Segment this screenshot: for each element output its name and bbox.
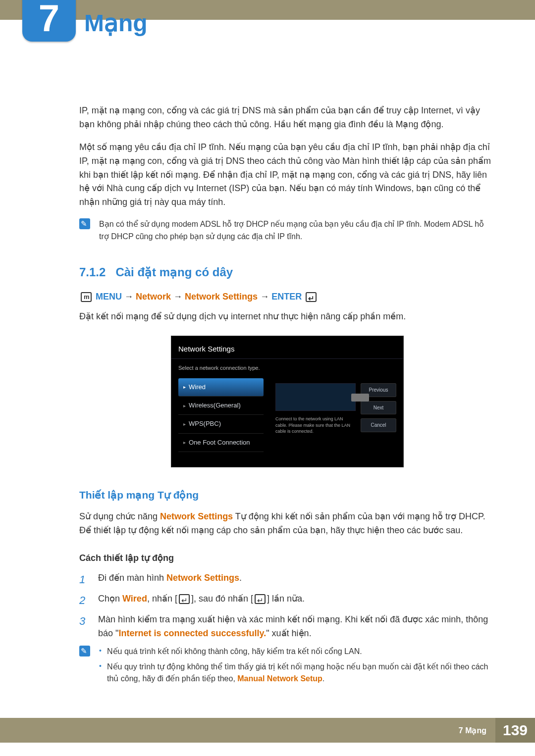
ui-subtitle: Select a network connection type.	[171, 359, 403, 378]
steps-list: 1 Đi đến màn hình Network Settings. 2 Ch…	[79, 571, 495, 641]
s1-hl: Network Settings	[166, 573, 239, 583]
note-block-1: Bạn có thể sử dụng modem ADSL hỗ trợ DHC…	[79, 218, 495, 243]
auto-setup-heading: Thiết lập mạng Tự động	[79, 487, 495, 504]
auto-setup-para: Sử dụng chức năng Network Settings Tự độ…	[79, 510, 495, 538]
section-number: 7.1.2	[79, 265, 106, 279]
auto-para-hl: Network Settings	[160, 511, 233, 521]
note2-bullet-2: Nếu quy trình tự động không thể tìm thấy…	[99, 661, 495, 686]
s1-post: .	[239, 573, 242, 583]
option-wireless[interactable]: Wireless(General)	[178, 397, 264, 415]
step-number: 3	[79, 613, 91, 641]
enter-icon	[255, 594, 266, 604]
section-title: Cài đặt mạng có dây	[115, 265, 233, 279]
note-icon	[79, 646, 90, 656]
next-button[interactable]: Next	[361, 401, 396, 415]
intro-para-1: IP, mặt nạ mạng con, cổng và các giá trị…	[79, 104, 495, 132]
s3-post: " xuất hiện.	[266, 628, 311, 638]
lan-cable-illustration	[275, 383, 356, 411]
menu-key-enter: ENTER	[271, 292, 302, 302]
step-3: 3 Màn hình kiểm tra mạng xuất hiện và xá…	[79, 613, 495, 641]
menu-icon	[81, 292, 92, 302]
header-bar: 7 Mạng	[0, 0, 535, 20]
enter-icon	[179, 594, 190, 604]
chapter-title: Mạng	[84, 9, 148, 37]
ui-illustration: Connect to the network using LAN cable. …	[270, 378, 361, 452]
note2-b2-hl: Manual Network Setup	[237, 674, 322, 683]
auto-setup-subheading: Cách thiết lập tự động	[79, 552, 495, 565]
network-settings-screenshot: Network Settings Select a network connec…	[171, 336, 404, 467]
option-wps[interactable]: WPS(PBC)	[178, 415, 264, 433]
after-menu-text: Đặt kết nối mạng để sử dụng dịch vụ inte…	[79, 310, 495, 324]
menu-path-network: Network	[136, 292, 171, 302]
note-text-1: Bạn có thể sử dụng modem ADSL hỗ trợ DHC…	[99, 218, 495, 243]
ui-connect-text: Connect to the network using LAN cable. …	[275, 416, 356, 435]
note2-bullet-1: Nếu quá trình kết nối không thành công, …	[99, 646, 495, 658]
menu-path-network-settings: Network Settings	[185, 292, 258, 302]
s3-hl: Internet is connected successfully.	[118, 628, 266, 638]
menu-key-menu: MENU	[96, 292, 122, 302]
note2-b2-post: .	[322, 674, 324, 683]
ui-option-list: Wired Wireless(General) WPS(PBC) One Foo…	[171, 378, 270, 452]
enter-icon	[306, 292, 317, 302]
ui-buttons: Previous Next Cancel	[361, 378, 403, 452]
cancel-button[interactable]: Cancel	[361, 418, 396, 432]
page-number: 139	[495, 718, 535, 743]
s2-mid: , nhấn [	[147, 594, 177, 604]
menu-path: MENU → Network → Network Settings → ENTE…	[79, 290, 495, 304]
intro-para-2: Một số mạng yêu cầu địa chỉ IP tĩnh. Nếu…	[79, 141, 495, 209]
auto-para-pre: Sử dụng chức năng	[79, 511, 160, 521]
step-number: 2	[79, 592, 91, 609]
s2-pre2: ], sau đó nhấn [	[191, 594, 253, 604]
option-onefoot[interactable]: One Foot Connection	[178, 434, 264, 452]
s2-post: ] lần nữa.	[267, 594, 305, 604]
note-block-2: Nếu quá trình kết nối không thành công, …	[79, 646, 495, 688]
note2-bullets: Nếu quá trình kết nối không thành công, …	[99, 646, 495, 688]
step-2: 2 Chọn Wired, nhấn [], sau đó nhấn [] lầ…	[79, 592, 495, 609]
footer-label: 7 Mạng	[459, 726, 486, 735]
note-icon	[79, 218, 90, 229]
ui-title: Network Settings	[171, 343, 403, 359]
footer-bar: 7 Mạng 139	[0, 718, 535, 743]
s1-pre: Đi đến màn hình	[98, 573, 166, 583]
option-wired[interactable]: Wired	[178, 378, 264, 397]
section-heading-712: 7.1.2 Cài đặt mạng có dây	[79, 263, 495, 281]
page-content: IP, mặt nạ mạng con, cổng và các giá trị…	[0, 20, 535, 688]
chapter-badge: 7	[22, 0, 76, 42]
step-number: 1	[79, 571, 91, 588]
step-1: 1 Đi đến màn hình Network Settings.	[79, 571, 495, 588]
s2-hl: Wired	[122, 594, 147, 604]
s2-pre: Chọn	[98, 594, 122, 604]
